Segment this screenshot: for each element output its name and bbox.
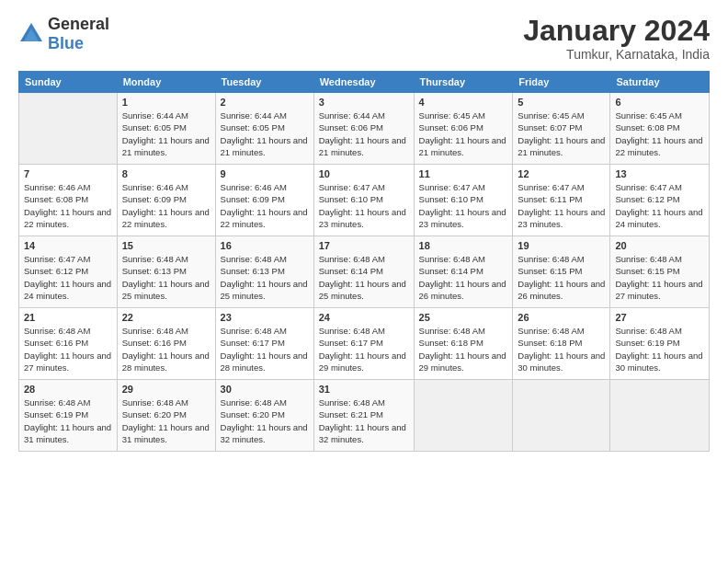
day-info: Sunrise: 6:47 AM Sunset: 6:12 PM Dayligh… — [24, 253, 112, 302]
logo-text-general: General — [48, 15, 109, 33]
day-info: Sunrise: 6:45 AM Sunset: 6:07 PM Dayligh… — [518, 109, 605, 158]
calendar-cell: 4Sunrise: 6:45 AM Sunset: 6:06 PM Daylig… — [414, 93, 513, 165]
day-info: Sunrise: 6:48 AM Sunset: 6:19 PM Dayligh… — [615, 325, 704, 373]
logo-text-blue: Blue — [48, 34, 84, 52]
calendar-cell: 10Sunrise: 6:47 AM Sunset: 6:10 PM Dayli… — [313, 165, 414, 236]
day-info: Sunrise: 6:46 AM Sunset: 6:09 PM Dayligh… — [221, 181, 309, 230]
page: General Blue January 2024 Tumkur, Karnat… — [0, 0, 728, 563]
day-info: Sunrise: 6:45 AM Sunset: 6:06 PM Dayligh… — [419, 109, 508, 158]
day-number: 7 — [24, 168, 112, 179]
day-info: Sunrise: 6:47 AM Sunset: 6:10 PM Dayligh… — [419, 181, 508, 230]
day-number: 22 — [122, 312, 210, 323]
day-number: 1 — [122, 97, 210, 108]
day-info: Sunrise: 6:44 AM Sunset: 6:06 PM Dayligh… — [319, 109, 409, 158]
calendar-cell: 26Sunrise: 6:48 AM Sunset: 6:18 PM Dayli… — [513, 308, 610, 380]
day-number: 13 — [615, 168, 704, 179]
calendar-cell: 14Sunrise: 6:47 AM Sunset: 6:12 PM Dayli… — [19, 236, 118, 308]
calendar-cell: 15Sunrise: 6:48 AM Sunset: 6:13 PM Dayli… — [117, 236, 215, 308]
day-number: 3 — [319, 97, 409, 108]
calendar-cell: 6Sunrise: 6:45 AM Sunset: 6:08 PM Daylig… — [610, 93, 710, 165]
calendar-cell: 11Sunrise: 6:47 AM Sunset: 6:10 PM Dayli… — [414, 165, 513, 236]
day-info: Sunrise: 6:47 AM Sunset: 6:10 PM Dayligh… — [319, 181, 409, 230]
day-info: Sunrise: 6:46 AM Sunset: 6:09 PM Dayligh… — [122, 181, 210, 230]
calendar-cell: 5Sunrise: 6:45 AM Sunset: 6:07 PM Daylig… — [513, 93, 610, 165]
day-number: 23 — [221, 312, 309, 323]
calendar-cell: 1Sunrise: 6:44 AM Sunset: 6:05 PM Daylig… — [117, 93, 215, 165]
day-number: 4 — [419, 97, 508, 108]
header-wednesday: Wednesday — [313, 72, 414, 93]
day-number: 2 — [221, 97, 309, 108]
day-number: 28 — [24, 384, 112, 395]
calendar-cell: 12Sunrise: 6:47 AM Sunset: 6:11 PM Dayli… — [513, 165, 610, 236]
calendar-cell: 23Sunrise: 6:48 AM Sunset: 6:17 PM Dayli… — [215, 308, 313, 380]
calendar-cell: 27Sunrise: 6:48 AM Sunset: 6:19 PM Dayli… — [610, 308, 710, 380]
day-number: 12 — [518, 168, 605, 179]
calendar-cell: 2Sunrise: 6:44 AM Sunset: 6:05 PM Daylig… — [215, 93, 313, 165]
day-number: 24 — [319, 312, 409, 323]
day-number: 5 — [518, 97, 605, 108]
logo: General Blue — [18, 15, 109, 53]
day-number: 11 — [419, 168, 508, 179]
calendar-week-1: 7Sunrise: 6:46 AM Sunset: 6:08 PM Daylig… — [19, 165, 710, 236]
calendar-cell: 30Sunrise: 6:48 AM Sunset: 6:20 PM Dayli… — [215, 380, 313, 452]
calendar-week-0: 1Sunrise: 6:44 AM Sunset: 6:05 PM Daylig… — [19, 93, 710, 165]
day-number: 17 — [319, 240, 409, 251]
day-info: Sunrise: 6:48 AM Sunset: 6:15 PM Dayligh… — [615, 253, 704, 302]
day-number: 14 — [24, 240, 112, 251]
day-number: 15 — [122, 240, 210, 251]
calendar-table: Sunday Monday Tuesday Wednesday Thursday… — [18, 71, 710, 452]
day-info: Sunrise: 6:48 AM Sunset: 6:18 PM Dayligh… — [518, 325, 605, 373]
day-number: 21 — [24, 312, 112, 323]
main-title: January 2024 — [523, 15, 710, 47]
day-number: 20 — [615, 240, 704, 251]
calendar-cell: 19Sunrise: 6:48 AM Sunset: 6:15 PM Dayli… — [513, 236, 610, 308]
header-saturday: Saturday — [610, 72, 710, 93]
day-info: Sunrise: 6:45 AM Sunset: 6:08 PM Dayligh… — [615, 109, 704, 158]
day-info: Sunrise: 6:44 AM Sunset: 6:05 PM Dayligh… — [221, 109, 309, 158]
day-info: Sunrise: 6:47 AM Sunset: 6:11 PM Dayligh… — [518, 181, 605, 230]
calendar-cell: 25Sunrise: 6:48 AM Sunset: 6:18 PM Dayli… — [414, 308, 513, 380]
day-info: Sunrise: 6:48 AM Sunset: 6:16 PM Dayligh… — [24, 325, 112, 373]
title-area: January 2024 Tumkur, Karnataka, India — [523, 15, 710, 62]
day-number: 26 — [518, 312, 605, 323]
day-info: Sunrise: 6:48 AM Sunset: 6:19 PM Dayligh… — [24, 396, 112, 445]
day-number: 8 — [122, 168, 210, 179]
day-number: 19 — [518, 240, 605, 251]
calendar-week-3: 21Sunrise: 6:48 AM Sunset: 6:16 PM Dayli… — [19, 308, 710, 380]
day-number: 31 — [319, 384, 409, 395]
day-number: 29 — [122, 384, 210, 395]
calendar-cell: 13Sunrise: 6:47 AM Sunset: 6:12 PM Dayli… — [610, 165, 710, 236]
day-number: 9 — [221, 168, 309, 179]
calendar-cell: 3Sunrise: 6:44 AM Sunset: 6:06 PM Daylig… — [313, 93, 414, 165]
header-tuesday: Tuesday — [215, 72, 313, 93]
day-info: Sunrise: 6:48 AM Sunset: 6:13 PM Dayligh… — [221, 253, 309, 302]
subtitle: Tumkur, Karnataka, India — [523, 47, 710, 62]
day-info: Sunrise: 6:48 AM Sunset: 6:13 PM Dayligh… — [122, 253, 210, 302]
calendar-cell: 16Sunrise: 6:48 AM Sunset: 6:13 PM Dayli… — [215, 236, 313, 308]
day-info: Sunrise: 6:48 AM Sunset: 6:20 PM Dayligh… — [122, 396, 210, 445]
calendar-cell — [513, 380, 610, 452]
calendar-cell — [19, 93, 118, 165]
calendar-cell — [610, 380, 710, 452]
day-info: Sunrise: 6:48 AM Sunset: 6:16 PM Dayligh… — [122, 325, 210, 373]
calendar-cell: 28Sunrise: 6:48 AM Sunset: 6:19 PM Dayli… — [19, 380, 118, 452]
day-number: 27 — [615, 312, 704, 323]
header-monday: Monday — [117, 72, 215, 93]
day-info: Sunrise: 6:48 AM Sunset: 6:17 PM Dayligh… — [319, 325, 409, 373]
day-number: 30 — [221, 384, 309, 395]
day-info: Sunrise: 6:44 AM Sunset: 6:05 PM Dayligh… — [122, 109, 210, 158]
logo-icon — [18, 21, 44, 47]
day-number: 16 — [221, 240, 309, 251]
day-info: Sunrise: 6:48 AM Sunset: 6:20 PM Dayligh… — [221, 396, 309, 445]
header-sunday: Sunday — [19, 72, 118, 93]
calendar-cell — [414, 380, 513, 452]
header-row: Sunday Monday Tuesday Wednesday Thursday… — [19, 72, 710, 93]
calendar-cell: 8Sunrise: 6:46 AM Sunset: 6:09 PM Daylig… — [117, 165, 215, 236]
day-info: Sunrise: 6:48 AM Sunset: 6:15 PM Dayligh… — [518, 253, 605, 302]
calendar-cell: 9Sunrise: 6:46 AM Sunset: 6:09 PM Daylig… — [215, 165, 313, 236]
header-area: General Blue January 2024 Tumkur, Karnat… — [18, 15, 710, 62]
calendar-week-4: 28Sunrise: 6:48 AM Sunset: 6:19 PM Dayli… — [19, 380, 710, 452]
calendar-cell: 31Sunrise: 6:48 AM Sunset: 6:21 PM Dayli… — [313, 380, 414, 452]
day-info: Sunrise: 6:48 AM Sunset: 6:17 PM Dayligh… — [221, 325, 309, 373]
calendar-cell: 18Sunrise: 6:48 AM Sunset: 6:14 PM Dayli… — [414, 236, 513, 308]
